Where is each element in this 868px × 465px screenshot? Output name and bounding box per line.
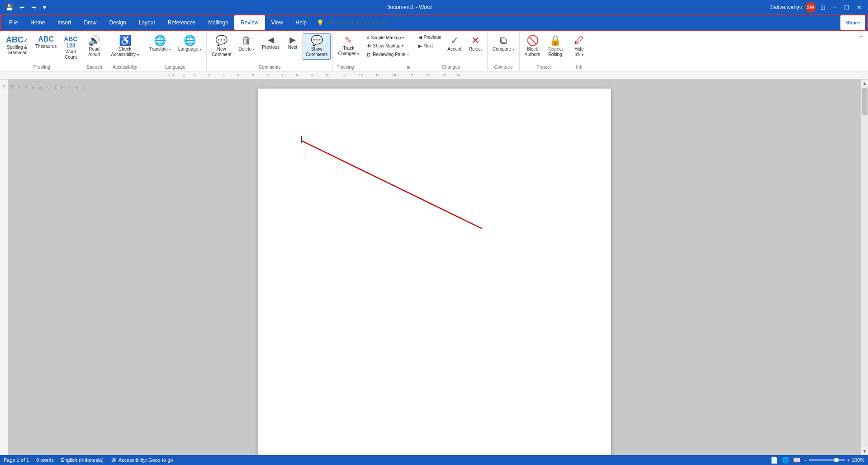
blockauthors-icon: 🚫 [526, 36, 539, 46]
translate-button[interactable]: 🌐 Translate ▾ [146, 33, 174, 54]
compare-group-label: Compare [489, 63, 517, 71]
previous-change-button[interactable]: ◀ Previous [416, 33, 443, 41]
new-comment-button[interactable]: 💬 NewComment [209, 33, 234, 60]
tracking-group-label: Tracking [335, 64, 356, 71]
ribbon-spacer: ⌃ [590, 33, 867, 71]
readaloud-button[interactable]: 🔊 ReadAloud [85, 33, 104, 60]
accept-button[interactable]: ✓ Accept [444, 33, 465, 54]
vruler-mark: 13 [1, 85, 8, 89]
vertical-ruler: 1 2 3 4 5 6 7 8 9 10 11 12 13 [0, 80, 8, 455]
scroll-up-arrow[interactable]: ▲ [861, 80, 868, 87]
accessibility-label: CheckAccessibility ▾ [111, 47, 139, 57]
check-accessibility-button[interactable]: ♿ CheckAccessibility ▾ [108, 33, 142, 60]
close-button[interactable]: ✕ [854, 3, 864, 12]
next-change-button[interactable]: ▶ Next [416, 42, 443, 50]
status-bar: Page 1 of 1 0 words English (Indonesia) … [0, 455, 868, 465]
scroll-track[interactable] [861, 87, 868, 447]
spelling-grammar-button[interactable]: ABC✓ Spelling &Grammar [3, 33, 31, 58]
document-area[interactable] [8, 80, 861, 455]
menu-references[interactable]: References [161, 15, 202, 30]
show-comments-button[interactable]: 💬 ShowComments [303, 33, 331, 60]
zoom-thumb [834, 458, 839, 462]
ribbon-display-button[interactable]: ⊡ [818, 3, 828, 12]
menu-file[interactable]: File [3, 15, 24, 30]
view-web-icon[interactable]: 🌐 [782, 456, 789, 464]
simple-markup-button[interactable]: ≡ Simple Markup ▾ [364, 33, 411, 42]
page-status: Page 1 of 1 [4, 457, 29, 463]
reviewing-pane-button[interactable]: 🗒 Reviewing Pane ▾ [364, 51, 411, 59]
group-protect: 🚫 BlockAuthors 🔒 RestrictEditing Protect [520, 33, 568, 71]
hide-ink-button[interactable]: 🖊 HideInk ▾ [570, 33, 588, 60]
ruler-mark: 2 [208, 73, 210, 77]
accept-icon: ✓ [451, 36, 459, 46]
track-changes-button[interactable]: ✎ TrackChanges ▾ [335, 33, 362, 59]
zoom-level[interactable]: 100% [852, 457, 864, 463]
hideink-icon: 🖊 [574, 36, 584, 46]
tell-me-bar[interactable]: 💡 Tell me what you want to do [313, 15, 840, 30]
menu-draw[interactable]: Draw [77, 15, 103, 30]
previous-comment-button[interactable]: ◀ Previous [259, 33, 283, 52]
minimize-button[interactable]: ─ [830, 3, 840, 12]
group-speech: 🔊 ReadAloud Speech [83, 33, 106, 71]
redo-button[interactable]: ↪ [29, 3, 38, 12]
menu-home[interactable]: Home [24, 15, 51, 30]
menu-view[interactable]: View [265, 15, 289, 30]
scroll-thumb[interactable] [862, 88, 868, 115]
ruler-mark: 12 [359, 73, 363, 77]
zoom-track[interactable] [809, 459, 845, 461]
newcomment-icon: 💬 [215, 36, 228, 46]
menu-review[interactable]: Review [234, 15, 265, 30]
menu-help[interactable]: Help [289, 15, 313, 30]
status-left: Page 1 of 1 0 words English (Indonesia) … [4, 457, 173, 463]
menu-design[interactable]: Design [103, 15, 132, 30]
menu-mailings[interactable]: Mailings [202, 15, 234, 30]
restrict-editing-button[interactable]: 🔒 RestrictEditing [544, 33, 566, 60]
restore-button[interactable]: ❐ [841, 3, 852, 12]
compare-button[interactable]: ⧉ Compare ▾ [489, 33, 517, 54]
user-name: Sativa wahyu [770, 4, 802, 10]
ruler-mark: 4 [237, 73, 239, 77]
menu-insert[interactable]: Insert [51, 15, 77, 30]
next-comment-button[interactable]: ▶ Next [284, 33, 302, 52]
window-title: Document1 - Word [48, 4, 770, 10]
customize-qat-button[interactable]: ▾ [41, 3, 48, 12]
document-page[interactable] [258, 89, 611, 455]
scroll-down-arrow[interactable]: ▼ [861, 447, 868, 455]
proofing-group-label: Proofing [3, 63, 81, 71]
showmarkup-icon: 👁 [366, 43, 371, 49]
zoom-in-button[interactable]: + [847, 457, 849, 463]
tracking-expand-icon[interactable]: ⊞ [405, 65, 412, 70]
block-authors-button[interactable]: 🚫 BlockAuthors [522, 33, 543, 60]
group-compare: ⧉ Compare ▾ Compare [488, 33, 520, 71]
show-markup-button[interactable]: 👁 Show Markup ▾ [364, 42, 411, 50]
restrictediting-icon: 🔒 [549, 36, 561, 46]
ribbon-content: ABC✓ Spelling &Grammar ABC Thesaurus ABC… [0, 31, 868, 71]
undo-button[interactable]: ↩ [18, 3, 27, 12]
right-scrollbar: ▲ ▼ [861, 80, 868, 455]
readaloud-icon: 🔊 [88, 36, 100, 46]
language-status[interactable]: English (Indonesia) [61, 457, 104, 463]
text-cursor [301, 136, 302, 143]
save-button[interactable]: 💾 [4, 3, 15, 12]
zoom-out-button[interactable]: − [804, 457, 807, 463]
reject-button[interactable]: ✕ Reject [465, 33, 485, 54]
word-count-status: 0 words [36, 457, 54, 463]
wordcount-button[interactable]: ABC123 WordCount [61, 33, 81, 62]
language-label: Language ▾ [178, 47, 201, 52]
proofing-buttons: ABC✓ Spelling &Grammar ABC Thesaurus ABC… [3, 33, 81, 63]
thesaurus-button[interactable]: ABC Thesaurus [32, 33, 60, 52]
view-read-icon[interactable]: 📖 [793, 456, 801, 464]
next-icon: ▶ [289, 36, 296, 44]
readaloud-label: ReadAloud [88, 47, 100, 57]
delete-comment-button[interactable]: 🗑 Delete ▾ [236, 33, 258, 54]
language-button[interactable]: 🌐 Language ▾ [175, 33, 204, 54]
collapse-ribbon-button[interactable]: ⌃ [856, 34, 865, 42]
share-button[interactable]: Share [840, 15, 865, 30]
view-normal-icon[interactable]: 📄 [770, 456, 778, 464]
menu-layout[interactable]: Layout [133, 15, 161, 30]
ruler-mark: 14 [392, 73, 396, 77]
reject-icon: ✕ [471, 36, 479, 46]
ruler-mark: 5 [252, 73, 254, 77]
showcomments-icon: 💬 [311, 36, 323, 46]
tracking-dropdowns: ≡ Simple Markup ▾ 👁 Show Markup ▾ 🗒 Revi… [364, 33, 411, 59]
